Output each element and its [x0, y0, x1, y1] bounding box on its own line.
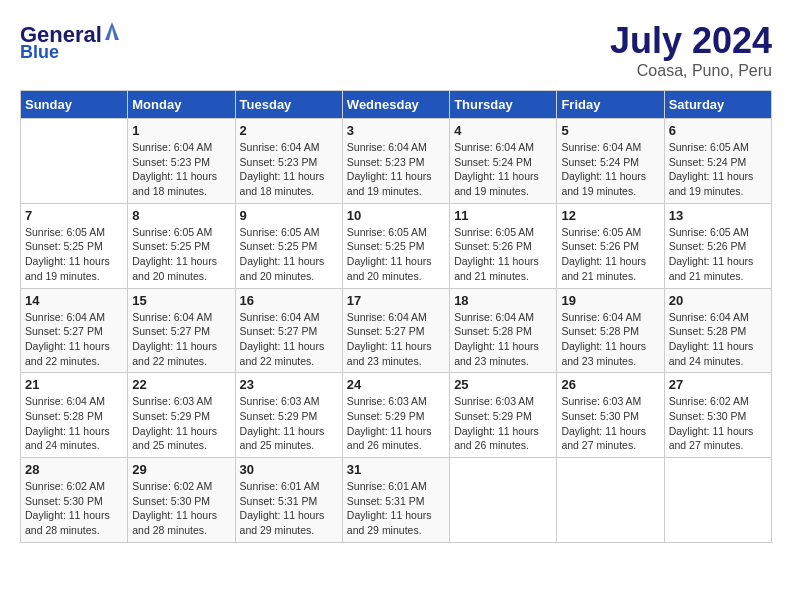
- day-info: Sunrise: 6:03 AMSunset: 5:29 PMDaylight:…: [132, 394, 230, 453]
- day-info: Sunrise: 6:04 AMSunset: 5:28 PMDaylight:…: [454, 310, 552, 369]
- day-info: Sunrise: 6:05 AMSunset: 5:26 PMDaylight:…: [561, 225, 659, 284]
- day-info: Sunrise: 6:03 AMSunset: 5:29 PMDaylight:…: [347, 394, 445, 453]
- calendar-week-row: 1Sunrise: 6:04 AMSunset: 5:23 PMDaylight…: [21, 119, 772, 204]
- col-saturday: Saturday: [664, 91, 771, 119]
- calendar-subtitle: Coasa, Puno, Peru: [610, 62, 772, 80]
- day-number: 5: [561, 123, 659, 138]
- day-info: Sunrise: 6:01 AMSunset: 5:31 PMDaylight:…: [347, 479, 445, 538]
- title-block: July 2024 Coasa, Puno, Peru: [610, 20, 772, 80]
- day-number: 28: [25, 462, 123, 477]
- day-info: Sunrise: 6:05 AMSunset: 5:25 PMDaylight:…: [240, 225, 338, 284]
- day-info: Sunrise: 6:05 AMSunset: 5:26 PMDaylight:…: [454, 225, 552, 284]
- table-row: 21Sunrise: 6:04 AMSunset: 5:28 PMDayligh…: [21, 373, 128, 458]
- day-number: 19: [561, 293, 659, 308]
- day-number: 23: [240, 377, 338, 392]
- calendar-week-row: 21Sunrise: 6:04 AMSunset: 5:28 PMDayligh…: [21, 373, 772, 458]
- table-row: 11Sunrise: 6:05 AMSunset: 5:26 PMDayligh…: [450, 203, 557, 288]
- day-number: 11: [454, 208, 552, 223]
- table-row: 31Sunrise: 6:01 AMSunset: 5:31 PMDayligh…: [342, 458, 449, 543]
- day-number: 27: [669, 377, 767, 392]
- day-info: Sunrise: 6:03 AMSunset: 5:29 PMDaylight:…: [454, 394, 552, 453]
- day-number: 4: [454, 123, 552, 138]
- day-number: 9: [240, 208, 338, 223]
- day-info: Sunrise: 6:05 AMSunset: 5:25 PMDaylight:…: [347, 225, 445, 284]
- day-number: 26: [561, 377, 659, 392]
- table-row: 22Sunrise: 6:03 AMSunset: 5:29 PMDayligh…: [128, 373, 235, 458]
- day-info: Sunrise: 6:04 AMSunset: 5:28 PMDaylight:…: [25, 394, 123, 453]
- table-row: 14Sunrise: 6:04 AMSunset: 5:27 PMDayligh…: [21, 288, 128, 373]
- day-number: 13: [669, 208, 767, 223]
- calendar-header-row: Sunday Monday Tuesday Wednesday Thursday…: [21, 91, 772, 119]
- col-monday: Monday: [128, 91, 235, 119]
- table-row: 8Sunrise: 6:05 AMSunset: 5:25 PMDaylight…: [128, 203, 235, 288]
- table-row: 28Sunrise: 6:02 AMSunset: 5:30 PMDayligh…: [21, 458, 128, 543]
- table-row: 23Sunrise: 6:03 AMSunset: 5:29 PMDayligh…: [235, 373, 342, 458]
- table-row: 20Sunrise: 6:04 AMSunset: 5:28 PMDayligh…: [664, 288, 771, 373]
- table-row: [450, 458, 557, 543]
- day-info: Sunrise: 6:05 AMSunset: 5:25 PMDaylight:…: [25, 225, 123, 284]
- table-row: 15Sunrise: 6:04 AMSunset: 5:27 PMDayligh…: [128, 288, 235, 373]
- calendar-week-row: 14Sunrise: 6:04 AMSunset: 5:27 PMDayligh…: [21, 288, 772, 373]
- day-number: 20: [669, 293, 767, 308]
- col-sunday: Sunday: [21, 91, 128, 119]
- table-row: 3Sunrise: 6:04 AMSunset: 5:23 PMDaylight…: [342, 119, 449, 204]
- table-row: 6Sunrise: 6:05 AMSunset: 5:24 PMDaylight…: [664, 119, 771, 204]
- table-row: 2Sunrise: 6:04 AMSunset: 5:23 PMDaylight…: [235, 119, 342, 204]
- table-row: 24Sunrise: 6:03 AMSunset: 5:29 PMDayligh…: [342, 373, 449, 458]
- day-info: Sunrise: 6:04 AMSunset: 5:23 PMDaylight:…: [132, 140, 230, 199]
- day-number: 2: [240, 123, 338, 138]
- table-row: 25Sunrise: 6:03 AMSunset: 5:29 PMDayligh…: [450, 373, 557, 458]
- day-number: 1: [132, 123, 230, 138]
- day-number: 29: [132, 462, 230, 477]
- logo-icon: [103, 20, 121, 42]
- table-row: 10Sunrise: 6:05 AMSunset: 5:25 PMDayligh…: [342, 203, 449, 288]
- day-info: Sunrise: 6:04 AMSunset: 5:23 PMDaylight:…: [240, 140, 338, 199]
- table-row: [557, 458, 664, 543]
- table-row: 7Sunrise: 6:05 AMSunset: 5:25 PMDaylight…: [21, 203, 128, 288]
- day-number: 15: [132, 293, 230, 308]
- calendar-week-row: 28Sunrise: 6:02 AMSunset: 5:30 PMDayligh…: [21, 458, 772, 543]
- day-number: 30: [240, 462, 338, 477]
- table-row: 29Sunrise: 6:02 AMSunset: 5:30 PMDayligh…: [128, 458, 235, 543]
- day-number: 14: [25, 293, 123, 308]
- day-number: 22: [132, 377, 230, 392]
- table-row: 13Sunrise: 6:05 AMSunset: 5:26 PMDayligh…: [664, 203, 771, 288]
- col-wednesday: Wednesday: [342, 91, 449, 119]
- day-number: 8: [132, 208, 230, 223]
- table-row: 12Sunrise: 6:05 AMSunset: 5:26 PMDayligh…: [557, 203, 664, 288]
- day-number: 21: [25, 377, 123, 392]
- calendar-week-row: 7Sunrise: 6:05 AMSunset: 5:25 PMDaylight…: [21, 203, 772, 288]
- day-number: 25: [454, 377, 552, 392]
- day-info: Sunrise: 6:01 AMSunset: 5:31 PMDaylight:…: [240, 479, 338, 538]
- day-info: Sunrise: 6:04 AMSunset: 5:28 PMDaylight:…: [669, 310, 767, 369]
- table-row: 27Sunrise: 6:02 AMSunset: 5:30 PMDayligh…: [664, 373, 771, 458]
- day-info: Sunrise: 6:05 AMSunset: 5:26 PMDaylight:…: [669, 225, 767, 284]
- table-row: 16Sunrise: 6:04 AMSunset: 5:27 PMDayligh…: [235, 288, 342, 373]
- day-number: 18: [454, 293, 552, 308]
- day-info: Sunrise: 6:04 AMSunset: 5:27 PMDaylight:…: [347, 310, 445, 369]
- day-info: Sunrise: 6:05 AMSunset: 5:24 PMDaylight:…: [669, 140, 767, 199]
- day-info: Sunrise: 6:04 AMSunset: 5:24 PMDaylight:…: [561, 140, 659, 199]
- day-info: Sunrise: 6:04 AMSunset: 5:24 PMDaylight:…: [454, 140, 552, 199]
- table-row: 18Sunrise: 6:04 AMSunset: 5:28 PMDayligh…: [450, 288, 557, 373]
- day-info: Sunrise: 6:04 AMSunset: 5:23 PMDaylight:…: [347, 140, 445, 199]
- day-number: 7: [25, 208, 123, 223]
- day-info: Sunrise: 6:04 AMSunset: 5:27 PMDaylight:…: [132, 310, 230, 369]
- day-number: 10: [347, 208, 445, 223]
- col-friday: Friday: [557, 91, 664, 119]
- table-row: 4Sunrise: 6:04 AMSunset: 5:24 PMDaylight…: [450, 119, 557, 204]
- day-info: Sunrise: 6:04 AMSunset: 5:28 PMDaylight:…: [561, 310, 659, 369]
- table-row: 17Sunrise: 6:04 AMSunset: 5:27 PMDayligh…: [342, 288, 449, 373]
- logo: General Blue: [20, 20, 121, 63]
- col-thursday: Thursday: [450, 91, 557, 119]
- day-number: 12: [561, 208, 659, 223]
- day-number: 3: [347, 123, 445, 138]
- calendar-table: Sunday Monday Tuesday Wednesday Thursday…: [20, 90, 772, 543]
- col-tuesday: Tuesday: [235, 91, 342, 119]
- day-info: Sunrise: 6:02 AMSunset: 5:30 PMDaylight:…: [132, 479, 230, 538]
- day-number: 6: [669, 123, 767, 138]
- table-row: 9Sunrise: 6:05 AMSunset: 5:25 PMDaylight…: [235, 203, 342, 288]
- day-info: Sunrise: 6:03 AMSunset: 5:29 PMDaylight:…: [240, 394, 338, 453]
- table-row: [664, 458, 771, 543]
- page-header: General Blue July 2024 Coasa, Puno, Peru: [20, 20, 772, 80]
